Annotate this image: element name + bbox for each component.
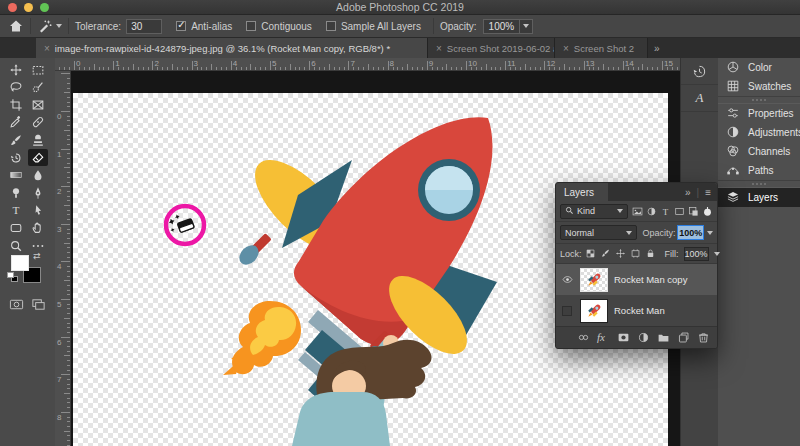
dock-item-channels[interactable]: Channels bbox=[718, 142, 800, 161]
lock-paint-icon[interactable] bbox=[600, 248, 611, 259]
move-tool[interactable] bbox=[6, 61, 26, 78]
h-ruler-label-12: 12 bbox=[546, 59, 555, 68]
chevron-down-icon[interactable] bbox=[714, 252, 720, 256]
link-layers-icon[interactable] bbox=[577, 331, 590, 344]
lasso-tool[interactable] bbox=[6, 79, 26, 96]
layer-thumbnail[interactable] bbox=[580, 268, 608, 292]
swap-colors-icon[interactable]: ⇄ bbox=[33, 251, 41, 261]
pen-tool[interactable] bbox=[28, 184, 48, 201]
tolerance-input[interactable] bbox=[126, 19, 162, 34]
close-tab-icon[interactable]: × bbox=[44, 43, 50, 54]
layer-mask-icon[interactable] bbox=[617, 331, 630, 344]
layer-name[interactable]: Rocket Man bbox=[614, 305, 665, 316]
panel-opacity-value[interactable]: 100% bbox=[677, 225, 704, 240]
dodge-tool[interactable] bbox=[6, 184, 26, 201]
document-tab-3[interactable]: ×Screen Shot 2 bbox=[555, 38, 648, 58]
panel-menu-icon[interactable]: ≡ bbox=[705, 187, 711, 198]
horizontal-ruler[interactable]: 0123456789101112131415 bbox=[55, 58, 683, 71]
hand-tool[interactable] bbox=[28, 219, 48, 236]
fx-icon[interactable]: fx bbox=[597, 331, 610, 344]
lock-artboard-icon[interactable] bbox=[630, 248, 641, 259]
quick-selection-tool[interactable] bbox=[28, 79, 48, 96]
layers-panel-tab[interactable]: Layers bbox=[556, 183, 608, 201]
opacity-dropdown[interactable]: 100% bbox=[483, 19, 534, 34]
blend-mode-dropdown[interactable]: Normal bbox=[560, 225, 637, 240]
blur-tool[interactable] bbox=[28, 167, 48, 184]
dock-item-swatches[interactable]: Swatches bbox=[718, 77, 800, 96]
shape-filter-icon[interactable] bbox=[674, 206, 685, 217]
character-panel-icon[interactable]: A bbox=[681, 85, 718, 112]
layers-panel-header[interactable]: Layers » | ≡ bbox=[556, 183, 717, 201]
crop-tool[interactable] bbox=[6, 96, 26, 113]
dock-item-adjustments[interactable]: Adjustments bbox=[718, 123, 800, 142]
svg-text:T: T bbox=[13, 204, 20, 216]
pixel-filter-icon[interactable] bbox=[632, 206, 643, 217]
brush-tool[interactable] bbox=[6, 131, 26, 148]
layer-name[interactable]: Rocket Man copy bbox=[614, 274, 687, 285]
screen-mode-button[interactable] bbox=[28, 296, 48, 312]
dock-item-label: Layers bbox=[748, 192, 778, 203]
dock-item-paths[interactable]: Paths bbox=[718, 161, 800, 180]
dock-item-label: Adjustments bbox=[748, 127, 800, 138]
filter-toggle-icon[interactable] bbox=[702, 206, 713, 217]
clone-stamp-tool[interactable] bbox=[28, 131, 48, 148]
home-icon[interactable] bbox=[8, 18, 24, 34]
healing-brush-tool[interactable] bbox=[28, 114, 48, 131]
gradient-tool[interactable] bbox=[6, 167, 26, 184]
quick-mask-button[interactable] bbox=[6, 296, 26, 312]
document-tab-2[interactable]: ×Screen Shot 2019-06-02 at 5.13.33 PM.pn… bbox=[428, 38, 555, 58]
foreground-color-swatch[interactable] bbox=[11, 255, 29, 271]
layer-row-1[interactable]: Rocket Man copy bbox=[556, 264, 717, 295]
h-ruler-label-15: 15 bbox=[664, 59, 673, 68]
lock-all-icon[interactable] bbox=[645, 248, 656, 259]
eraser-tool[interactable] bbox=[28, 149, 48, 166]
history-brush-tool[interactable] bbox=[6, 149, 26, 166]
dock-separator[interactable] bbox=[718, 96, 800, 104]
dock-item-layers[interactable]: Layers bbox=[718, 188, 800, 207]
option-contiguous[interactable]: Contiguous bbox=[246, 21, 312, 32]
layer-thumbnail[interactable] bbox=[580, 299, 608, 323]
chevron-down-icon[interactable] bbox=[707, 231, 713, 235]
delete-layer-icon[interactable] bbox=[697, 331, 710, 344]
dock-item-properties[interactable]: Properties bbox=[718, 104, 800, 123]
lock-transparency-icon[interactable] bbox=[585, 248, 596, 259]
vertical-ruler[interactable]: 012345678 bbox=[55, 71, 71, 446]
magic-eraser-cursor[interactable] bbox=[166, 206, 204, 244]
close-tab-icon[interactable]: × bbox=[436, 43, 442, 54]
visibility-toggle-empty[interactable] bbox=[562, 306, 572, 316]
type-tool[interactable]: T bbox=[6, 202, 26, 219]
close-tab-icon[interactable]: × bbox=[563, 43, 569, 54]
option-sample-all-layers[interactable]: Sample All Layers bbox=[326, 21, 421, 32]
group-layers-icon[interactable] bbox=[657, 331, 670, 344]
visibility-eye-icon[interactable] bbox=[561, 274, 574, 285]
path-selection-tool[interactable] bbox=[28, 202, 48, 219]
adjustment-filter-icon[interactable] bbox=[646, 206, 657, 217]
adjustment-layer-icon[interactable] bbox=[637, 331, 650, 344]
filter-kind-dropdown[interactable]: Kind bbox=[560, 204, 628, 219]
dock-separator[interactable] bbox=[718, 180, 800, 188]
collapse-panel-icon[interactable]: » bbox=[685, 187, 691, 198]
shape-tool[interactable] bbox=[6, 219, 26, 236]
lock-position-icon[interactable] bbox=[615, 248, 626, 259]
marquee-tool[interactable] bbox=[28, 61, 48, 78]
eyedropper-tool[interactable] bbox=[6, 114, 26, 131]
document-tab-1[interactable]: ×image-from-rawpixel-id-424879-jpeg.jpg … bbox=[36, 38, 428, 58]
checkbox-icon[interactable] bbox=[176, 21, 186, 31]
magic-wand-tool-preset[interactable] bbox=[37, 18, 62, 34]
fill-value[interactable]: 100% bbox=[684, 247, 709, 261]
option-anti-alias[interactable]: Anti-alias bbox=[176, 21, 232, 32]
zoom-tool[interactable] bbox=[6, 237, 26, 254]
default-colors-icon[interactable] bbox=[7, 272, 14, 278]
tab-overflow-icon[interactable]: » bbox=[648, 38, 666, 58]
history-panel-icon[interactable] bbox=[681, 58, 718, 85]
checkbox-icon[interactable] bbox=[246, 21, 256, 31]
smart-object-filter-icon[interactable] bbox=[688, 206, 699, 217]
adjustments-icon bbox=[726, 125, 740, 141]
layer-row-2[interactable]: Rocket Man bbox=[556, 295, 717, 326]
new-layer-icon[interactable] bbox=[677, 331, 690, 344]
dock-item-color[interactable]: Color bbox=[718, 58, 800, 77]
frame-tool[interactable] bbox=[28, 96, 48, 113]
v-ruler-label-3: 3 bbox=[57, 225, 61, 234]
checkbox-icon[interactable] bbox=[326, 21, 336, 31]
type-filter-icon[interactable]: T bbox=[660, 206, 671, 217]
